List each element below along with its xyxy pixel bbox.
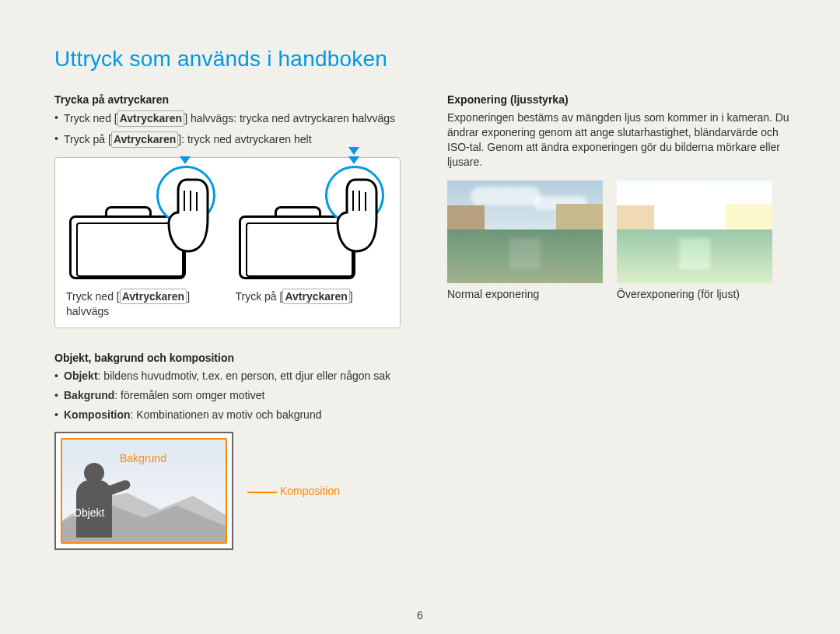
composition-diagram-row: Bakgrund Objekt Komposition [54, 432, 401, 550]
caption-over: Överexponering (för ljust) [617, 288, 772, 300]
hand-icon [159, 173, 214, 259]
term: Bakgrund [64, 389, 114, 401]
section2-heading: Objekt, bakgrund och komposition [54, 352, 401, 364]
left-column: Trycka på avtryckaren Tryck ned [Avtryck… [54, 93, 401, 550]
bullet-item: Tryck ned [Avtryckaren] halvvägs: trycka… [54, 110, 401, 127]
shutter-diagram: Tryck ned [Avtryckaren] halvvägs Tryck p… [54, 157, 401, 328]
page-title: Uttryck som används i handboken [54, 47, 793, 72]
term: Komposition [64, 408, 131, 421]
hand-icon [328, 173, 383, 259]
text: ] halvvägs: trycka ned avtryckaren halvv… [184, 112, 395, 124]
photo-normal-exposure [447, 180, 603, 283]
text: Tryck ned [ [66, 290, 120, 303]
key-label: Avtryckaren [120, 289, 187, 304]
camera-half-press-illustration [66, 166, 220, 282]
photo-overexposure [617, 180, 772, 283]
key-label: Avtryckaren [282, 289, 349, 304]
label-komposition: Komposition [280, 485, 340, 497]
bullet-item: Komposition: Kombinationen av motiv och … [54, 408, 401, 422]
text: Tryck ned [ [64, 112, 117, 124]
caption-full-press: Tryck på [Avtryckaren] [236, 289, 390, 318]
key-label: Avtryckaren [117, 110, 184, 127]
caption-normal: Normal exponering [447, 288, 603, 300]
exposure-heading: Exponering (ljusstyrka) [447, 93, 793, 106]
caption-half-press: Tryck ned [Avtryckaren] halvvägs [66, 289, 220, 318]
page-number: 6 [0, 609, 840, 622]
composition-diagram: Bakgrund Objekt [54, 432, 233, 550]
example-photos [447, 180, 793, 283]
bullet-item: Objekt: bildens huvudmotiv, t.ex. en per… [54, 369, 401, 384]
section1-heading: Trycka på avtryckaren [54, 93, 401, 106]
label-bakgrund: Bakgrund [120, 452, 166, 464]
definition: : bildens huvudmotiv, t.ex. en person, e… [98, 370, 390, 382]
person-silhouette-icon [73, 463, 124, 538]
right-column: Exponering (ljusstyrka) Exponeringen bes… [447, 93, 793, 550]
columns: Trycka på avtryckaren Tryck ned [Avtryck… [54, 93, 793, 550]
label-objekt: Objekt [73, 506, 104, 519]
term: Objekt [64, 370, 98, 382]
text: ] [350, 290, 353, 303]
arrow-down-icon [348, 147, 359, 155]
manual-page: Uttryck som används i handboken Trycka p… [54, 47, 793, 550]
bullet-item: Tryck på [Avtryckaren]: tryck ned avtryc… [54, 131, 401, 148]
arrow-down-icon [348, 156, 359, 164]
arrow-down-icon [180, 156, 191, 164]
definition: : Kombinationen av motiv och bakgrund [131, 408, 322, 421]
text: Tryck på [ [64, 133, 111, 145]
definition: : föremålen som omger motivet [114, 389, 264, 401]
bullet-item: Bakgrund: föremålen som omger motivet [54, 388, 401, 403]
key-label: Avtryckaren [111, 131, 178, 148]
exposure-body: Exponeringen bestäms av mängden ljus som… [447, 110, 793, 170]
text: ]: tryck ned avtryckaren helt [178, 133, 311, 145]
text: Tryck på [ [236, 290, 283, 303]
camera-full-press-illustration [236, 166, 390, 282]
section1-bullets: Tryck ned [Avtryckaren] halvvägs: trycka… [54, 110, 401, 148]
section2-bullets: Objekt: bildens huvudmotiv, t.ex. en per… [54, 369, 401, 422]
